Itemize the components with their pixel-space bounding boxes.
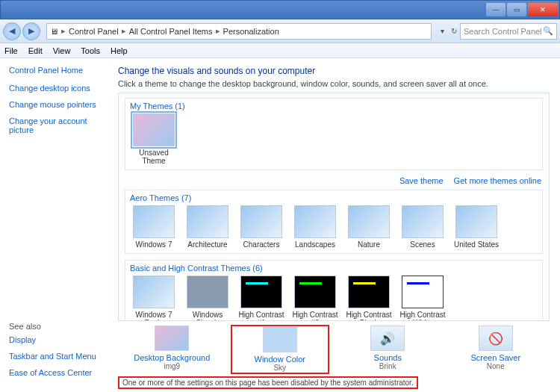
theme-item[interactable]: Architecture [184,205,231,249]
theme-item[interactable]: United States [452,205,500,249]
group-title: Aero Themes (7) [130,193,538,202]
group-my-themes: My Themes (1) Unsaved Theme [125,98,543,170]
crumb[interactable]: Personalization [223,27,279,36]
theme-item[interactable]: High Contrast White [399,276,447,321]
breadcrumb-icon: 🖥 [50,27,58,36]
more-themes-link[interactable]: Get more themes online [454,176,541,185]
theme-item[interactable]: Scenes [399,205,447,249]
group-basic-themes: Basic and High Contrast Themes (6) Windo… [125,260,543,321]
theme-item[interactable]: High Contrast Black [345,276,393,321]
desktop-bg-icon [155,326,189,351]
window-color-icon [263,327,297,352]
title-bar: — ▭ ✕ [0,0,560,19]
sidebar-link-desktop-icons[interactable]: Change desktop icons [9,84,103,93]
page-heading: Change the visuals and sounds on your co… [118,66,550,76]
menu-view[interactable]: View [53,46,71,55]
sidebar: Control Panel Home Change desktop icons … [0,58,112,392]
menu-edit[interactable]: Edit [28,46,43,55]
theme-item[interactable]: Windows Classic [184,276,231,321]
screen-saver-setting[interactable]: 🚫 Screen Saver None [447,326,544,373]
group-title: My Themes (1) [130,102,538,111]
crumb[interactable]: Control Panel [69,27,119,36]
menu-help[interactable]: Help [111,46,128,55]
sounds-icon: 🔊 [370,326,405,351]
theme-item[interactable]: Characters [237,205,285,249]
history-dropdown[interactable]: ▾ [436,27,448,35]
forward-button[interactable]: ▶ [22,22,40,40]
search-input[interactable]: Search Control Panel 🔍 [460,23,557,40]
see-also-label: See also [9,322,103,331]
theme-thumb [133,113,175,146]
minimize-button[interactable]: — [486,3,505,16]
sidebar-link-taskbar[interactable]: Taskbar and Start Menu [9,352,103,361]
maximize-button[interactable]: ▭ [507,3,526,16]
main-content: Change the visuals and sounds on your co… [112,58,560,392]
crumb[interactable]: All Control Panel Items [129,27,213,36]
theme-item[interactable]: High Contrast #2 [291,276,339,321]
sidebar-link-account-picture[interactable]: Change your account picture [9,116,103,134]
menu-bar: File Edit View Tools Help [0,43,560,58]
group-aero-themes: Aero Themes (7) Windows 7 Architecture C… [125,190,543,254]
close-button[interactable]: ✕ [528,3,558,16]
sidebar-link-mouse-pointers[interactable]: Change mouse pointers [9,100,103,109]
admin-warning: One or more of the settings on this page… [118,376,418,389]
menu-file[interactable]: File [4,46,18,55]
theme-item[interactable]: Windows 7 [130,205,178,249]
back-button[interactable]: ◀ [3,22,21,40]
save-theme-link[interactable]: Save theme [399,176,444,185]
desktop-background-setting[interactable]: Desktop Background img9 [123,326,220,373]
sidebar-home[interactable]: Control Panel Home [9,66,103,75]
themes-panel: My Themes (1) Unsaved Theme Save theme G… [118,93,550,321]
theme-item[interactable]: Landscapes [291,205,339,249]
nav-bar: ◀ ▶ 🖥 ▸ Control Panel ▸ All Control Pane… [0,19,560,43]
sidebar-link-display[interactable]: Display [9,335,103,344]
window-color-setting[interactable]: Window Color Sky [231,326,329,373]
theme-item[interactable]: High Contrast #1 [237,276,285,321]
page-subheading: Click a theme to change the desktop back… [118,79,550,88]
sounds-setting[interactable]: 🔊 Sounds Brink [339,326,436,373]
sidebar-link-ease-of-access[interactable]: Ease of Access Center [9,368,103,377]
bottom-settings: Desktop Background img9 Window Color Sky… [118,321,550,375]
theme-item[interactable]: Windows 7 Basic [130,276,178,321]
refresh-button[interactable]: ↻ [448,27,460,35]
theme-item[interactable]: Unsaved Theme [130,113,178,165]
theme-item[interactable]: Nature [345,205,393,249]
search-icon: 🔍 [543,26,553,36]
breadcrumb[interactable]: 🖥 ▸ Control Panel ▸ All Control Panel It… [46,23,432,40]
screen-saver-icon: 🚫 [479,326,513,351]
menu-tools[interactable]: Tools [81,46,100,55]
group-title: Basic and High Contrast Themes (6) [130,264,538,273]
